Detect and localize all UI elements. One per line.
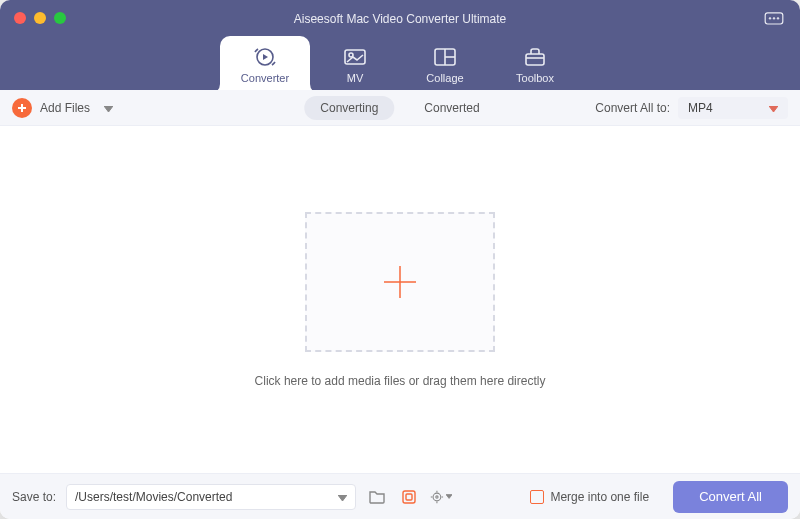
converter-icon (252, 46, 278, 68)
format-value: MP4 (688, 101, 713, 115)
add-files-button[interactable]: Add Files (12, 98, 113, 118)
convert-all-to: Convert All to: MP4 (595, 97, 788, 119)
tab-converter[interactable]: Converter (220, 36, 310, 94)
maximize-window-button[interactable] (54, 12, 66, 24)
main-tabs: Converter MV Collage Toolbox (0, 36, 800, 94)
tab-label: MV (347, 72, 364, 84)
merge-label: Merge into one file (550, 490, 649, 504)
convert-all-button[interactable]: Convert All (673, 481, 788, 513)
settings-button[interactable] (430, 486, 452, 508)
svg-point-7 (349, 53, 353, 57)
tab-collage[interactable]: Collage (400, 36, 490, 94)
svg-marker-5 (263, 54, 268, 60)
tab-label: Toolbox (516, 72, 554, 84)
feedback-icon[interactable] (764, 12, 784, 28)
status-segment: Converting Converted (304, 96, 495, 120)
svg-point-1 (769, 18, 771, 20)
toolbox-icon (522, 46, 548, 68)
tab-toolbox[interactable]: Toolbox (490, 36, 580, 94)
main-canvas: Click here to add media files or drag th… (0, 126, 800, 473)
dropzone-hint: Click here to add media files or drag th… (255, 374, 546, 388)
svg-point-2 (773, 18, 775, 20)
titlebar: Aiseesoft Mac Video Converter Ultimate C… (0, 0, 800, 90)
save-path-value: /Users/test/Movies/Converted (75, 490, 232, 504)
footer: Save to: /Users/test/Movies/Converted Me… (0, 473, 800, 519)
gpu-accel-button[interactable] (398, 486, 420, 508)
svg-rect-20 (403, 491, 415, 503)
merge-checkbox[interactable]: Merge into one file (530, 490, 649, 504)
tab-mv[interactable]: MV (310, 36, 400, 94)
seg-converting[interactable]: Converting (304, 96, 394, 120)
chevron-down-icon (104, 101, 113, 115)
add-media-dropzone[interactable] (305, 212, 495, 352)
window-controls (14, 12, 66, 24)
app-window: Aiseesoft Mac Video Converter Ultimate C… (0, 0, 800, 519)
window-title: Aiseesoft Mac Video Converter Ultimate (0, 0, 800, 26)
svg-marker-16 (769, 106, 778, 112)
svg-point-22 (433, 493, 441, 501)
open-folder-button[interactable] (366, 486, 388, 508)
chevron-down-icon (338, 490, 347, 504)
seg-converted[interactable]: Converted (408, 96, 495, 120)
mv-icon (342, 46, 368, 68)
svg-point-23 (436, 495, 438, 497)
convert-all-to-label: Convert All to: (595, 101, 670, 115)
add-files-label: Add Files (40, 101, 90, 115)
minimize-window-button[interactable] (34, 12, 46, 24)
plus-icon (12, 98, 32, 118)
chevron-down-icon (769, 101, 778, 115)
close-window-button[interactable] (14, 12, 26, 24)
svg-rect-11 (526, 54, 544, 65)
tab-label: Collage (426, 72, 463, 84)
svg-rect-21 (406, 494, 412, 500)
svg-marker-19 (338, 495, 347, 501)
checkbox-icon (530, 490, 544, 504)
output-format-select[interactable]: MP4 (678, 97, 788, 119)
tab-label: Converter (241, 72, 289, 84)
svg-marker-15 (104, 106, 113, 112)
svg-marker-28 (446, 495, 452, 499)
toolbar: Add Files Converting Converted Convert A… (0, 90, 800, 126)
save-to-label: Save to: (12, 490, 56, 504)
svg-point-3 (777, 18, 779, 20)
collage-icon (432, 46, 458, 68)
save-path-select[interactable]: /Users/test/Movies/Converted (66, 484, 356, 510)
